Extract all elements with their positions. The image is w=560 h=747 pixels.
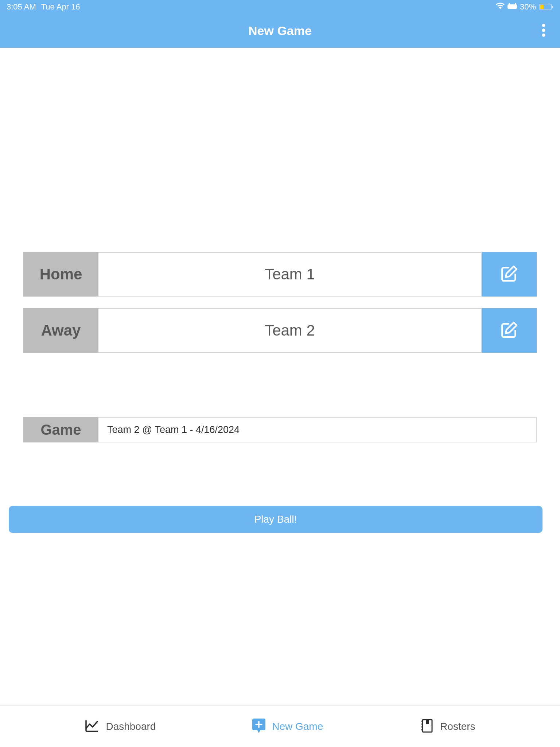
tab-new-game[interactable]: New Game [252, 719, 323, 735]
play-ball-button[interactable]: Play Ball! [9, 506, 542, 533]
home-team-label: Home [23, 252, 98, 297]
dnd-icon [508, 2, 517, 12]
tab-new-game-label: New Game [272, 721, 323, 732]
edit-away-team-button[interactable] [482, 308, 537, 353]
tab-bar: Dashboard New Game Rosters [0, 705, 560, 747]
svg-rect-10 [426, 720, 429, 724]
status-date: Tue Apr 16 [41, 2, 80, 12]
content-area: Home Team 1 Away Team 2 Game [0, 48, 560, 705]
svg-rect-4 [552, 6, 553, 8]
plus-icon [252, 719, 265, 735]
battery-percent: 30% [520, 2, 536, 12]
tab-dashboard-label: Dashboard [106, 721, 156, 732]
edit-icon [500, 320, 519, 341]
home-team-row: Home Team 1 [23, 252, 537, 297]
edit-icon [500, 264, 519, 285]
away-team-row: Away Team 2 [23, 308, 537, 353]
page-title: New Game [248, 24, 312, 38]
tab-rosters-label: Rosters [440, 721, 475, 732]
svg-rect-2 [515, 3, 516, 5]
status-time: 3:05 AM [7, 2, 36, 12]
chart-icon [85, 719, 99, 734]
svg-point-7 [542, 28, 545, 32]
menu-button[interactable] [542, 23, 545, 39]
svg-point-8 [542, 33, 545, 36]
tab-dashboard[interactable]: Dashboard [85, 719, 156, 734]
svg-rect-0 [508, 4, 517, 9]
away-team-label: Away [23, 308, 98, 353]
edit-home-team-button[interactable] [482, 252, 537, 297]
away-team-value[interactable]: Team 2 [98, 308, 482, 353]
svg-rect-1 [509, 3, 510, 5]
wifi-icon [496, 2, 505, 12]
home-team-value[interactable]: Team 1 [98, 252, 482, 297]
game-row: Game Team 2 @ Team 1 - 4/16/2024 [23, 417, 537, 442]
status-bar: 3:05 AM Tue Apr 16 30% [0, 0, 560, 14]
svg-point-6 [542, 24, 545, 27]
nav-bar: New Game [0, 14, 560, 48]
svg-rect-5 [540, 5, 544, 9]
rosters-icon [420, 718, 433, 735]
game-name-input[interactable]: Team 2 @ Team 1 - 4/16/2024 [98, 417, 537, 442]
battery-icon [539, 4, 553, 10]
tab-rosters[interactable]: Rosters [420, 718, 475, 735]
game-label: Game [23, 417, 98, 442]
